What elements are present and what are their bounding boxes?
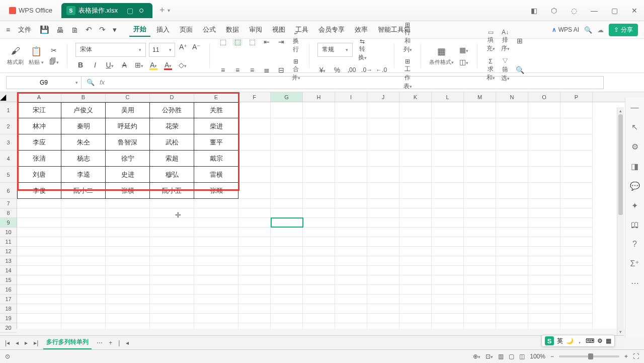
tab-formula[interactable]: 公式 <box>199 23 220 36</box>
convert-button[interactable]: ⇆ 转换▾ <box>357 38 367 62</box>
wps-ai-button[interactable]: ∧WPS AI <box>552 26 579 33</box>
cell[interactable]: 穆弘 <box>150 167 194 183</box>
cell[interactable]: 张横 <box>106 183 150 199</box>
cell[interactable] <box>560 167 593 183</box>
zoom-value[interactable]: 100% <box>530 353 545 360</box>
cell[interactable] <box>17 237 61 247</box>
align-bottom-icon[interactable]: ⬚ <box>247 38 257 46</box>
decrease-font-icon[interactable]: A⁻ <box>191 43 201 57</box>
cell[interactable] <box>194 295 238 304</box>
cell[interactable] <box>560 199 593 208</box>
row-header[interactable]: 3 <box>0 134 17 151</box>
cell[interactable] <box>496 266 528 275</box>
col-header[interactable]: J <box>367 92 399 102</box>
fullscreen-icon[interactable]: ⛶ <box>633 353 639 360</box>
cond-format-button[interactable]: ▦条件格式▾ <box>429 46 454 66</box>
cell[interactable] <box>335 218 367 228</box>
cell[interactable] <box>61 285 106 295</box>
format-painter[interactable]: 🖌格式刷 <box>7 46 24 66</box>
cell[interactable]: 雷横 <box>194 167 238 183</box>
border-button[interactable]: ⊞▾ <box>134 61 144 69</box>
cell[interactable] <box>335 167 367 183</box>
col-header[interactable]: C <box>106 92 150 102</box>
cell[interactable] <box>432 247 464 256</box>
cell[interactable] <box>399 314 432 323</box>
cell[interactable] <box>150 247 194 256</box>
target-icon[interactable]: ⊕▾ <box>473 353 480 360</box>
justify-icon[interactable]: ≣ <box>262 66 272 74</box>
cell[interactable] <box>464 199 496 208</box>
file-menu[interactable]: 文件 <box>14 23 35 36</box>
cell[interactable] <box>194 247 238 256</box>
font-name-select[interactable]: 宋体▾ <box>75 43 146 57</box>
cell[interactable] <box>238 183 271 199</box>
cut-icon[interactable]: ✂ <box>49 46 59 54</box>
cell[interactable] <box>271 247 303 256</box>
cell[interactable] <box>194 304 238 314</box>
cell[interactable] <box>367 218 399 228</box>
sync-icon[interactable]: ◌ <box>569 7 580 15</box>
cell[interactable] <box>303 199 335 208</box>
cell[interactable] <box>496 247 528 256</box>
increase-indent-icon[interactable]: ⇥ <box>276 38 286 46</box>
cell[interactable] <box>271 134 303 151</box>
sum-button[interactable]: Σ 求和▾ <box>486 58 496 82</box>
cell[interactable] <box>61 208 106 218</box>
cell[interactable]: 索超 <box>150 151 194 167</box>
split-view-icon[interactable]: ◫ <box>519 353 525 360</box>
cell[interactable] <box>367 247 399 256</box>
cell[interactable] <box>106 199 150 208</box>
cell[interactable]: 徐宁 <box>106 151 150 167</box>
cell[interactable] <box>367 256 399 266</box>
cell[interactable] <box>432 285 464 295</box>
cell[interactable] <box>271 118 303 134</box>
cell[interactable] <box>464 183 496 199</box>
cell[interactable] <box>528 285 560 295</box>
col-header[interactable]: F <box>238 92 271 102</box>
normal-view-icon[interactable]: ▥ <box>498 353 504 360</box>
row-header[interactable]: 18 <box>0 304 17 314</box>
cell[interactable] <box>367 167 399 183</box>
decrease-indent-icon[interactable]: ⇤ <box>262 38 272 46</box>
cell[interactable] <box>464 275 496 285</box>
redo-dropdown[interactable]: ▾ <box>110 24 119 35</box>
maximize-button[interactable]: ▢ <box>609 7 620 15</box>
cell[interactable] <box>528 183 560 199</box>
cell[interactable] <box>335 134 367 151</box>
cell[interactable] <box>528 151 560 167</box>
share-button[interactable]: ⇪ 分享 <box>609 24 638 36</box>
cell[interactable] <box>17 295 61 304</box>
cell[interactable] <box>238 151 271 167</box>
decrease-decimal-icon[interactable]: ←.0 <box>376 66 386 74</box>
cell[interactable] <box>61 199 106 208</box>
cell[interactable] <box>303 266 335 275</box>
cell[interactable] <box>399 167 432 183</box>
table-style-icon[interactable]: ◫▾ <box>459 58 469 66</box>
cell[interactable] <box>432 218 464 228</box>
cell[interactable] <box>271 237 303 247</box>
minus-icon[interactable]: — <box>631 103 639 112</box>
cell[interactable] <box>150 285 194 295</box>
paste-button[interactable]: 📋粘贴 ▾ <box>29 46 44 66</box>
cell[interactable] <box>335 266 367 275</box>
cell[interactable]: 卢俊义 <box>61 102 106 118</box>
cell[interactable] <box>432 167 464 183</box>
scroll-down-icon[interactable]: ▾ <box>617 329 624 334</box>
row-header[interactable]: 8 <box>0 208 17 218</box>
minimize-button[interactable]: — <box>589 7 600 15</box>
view-icon[interactable]: ⊡▾ <box>486 353 493 360</box>
increase-font-icon[interactable]: A⁺ <box>178 43 188 57</box>
cell[interactable] <box>560 256 593 266</box>
cell[interactable]: 阮小五 <box>150 183 194 199</box>
cell[interactable] <box>61 304 106 314</box>
fill-color-button[interactable]: A▾ <box>148 61 158 69</box>
cell[interactable] <box>303 167 335 183</box>
worksheet-button[interactable]: ⊞ 工作表▾ <box>403 58 413 91</box>
cell[interactable] <box>560 134 593 151</box>
cell[interactable] <box>271 285 303 295</box>
cell[interactable] <box>238 167 271 183</box>
cell[interactable] <box>464 323 496 329</box>
cell[interactable] <box>238 295 271 304</box>
cell[interactable] <box>496 208 528 218</box>
cell[interactable] <box>238 323 271 329</box>
